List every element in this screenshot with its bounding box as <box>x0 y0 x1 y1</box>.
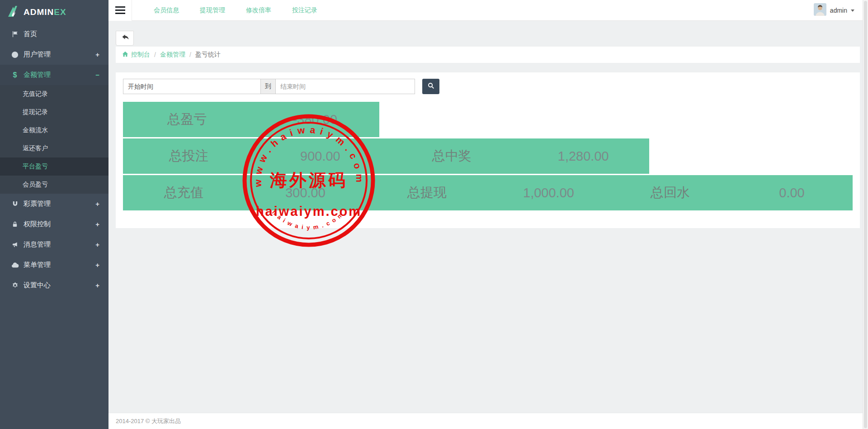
sidebar-item-home[interactable]: 首页 <box>0 24 108 44</box>
topbar-link-bet-records[interactable]: 投注记录 <box>288 5 321 16</box>
chevron-down-icon <box>851 10 854 12</box>
back-button[interactable] <box>116 31 134 46</box>
total-recharge-value: 300.00 <box>245 175 366 210</box>
pnl-stats-table: 总盈亏 -380.00 总投注 900.00 总中奖 1,280.00 总充值 … <box>123 102 853 210</box>
table-row: 总盈亏 -380.00 <box>123 102 379 137</box>
submenu-item-platform-pnl[interactable]: 平台盈亏 <box>0 157 108 176</box>
table-row: 总投注 900.00 总中奖 1,280.00 <box>123 138 649 174</box>
username-label: admin <box>830 7 847 14</box>
avatar <box>814 3 826 18</box>
breadcrumb-money-link[interactable]: 金额管理 <box>160 51 185 59</box>
frown-icon <box>11 51 19 58</box>
breadcrumb-home-link[interactable]: 控制台 <box>122 51 150 59</box>
sidebar-item-label: 消息管理 <box>24 240 51 249</box>
total-withdraw-label: 总提现 <box>366 175 488 210</box>
search-icon <box>428 82 434 91</box>
sidebar: ADMINEX 首页 用户管理 + $ 金额管理 − <box>0 0 108 429</box>
dollar-icon: $ <box>11 72 19 79</box>
breadcrumb-separator: / <box>154 51 156 58</box>
total-rebate-value: 0.00 <box>731 175 853 210</box>
flag-icon <box>11 31 19 38</box>
hamburger-icon <box>115 6 125 8</box>
sidebar-item-lottery[interactable]: 彩票管理 + <box>0 194 108 214</box>
sidebar-item-label: 首页 <box>24 30 37 38</box>
expand-plus-icon: + <box>95 200 99 208</box>
vertical-scrollbar[interactable] <box>863 0 868 429</box>
date-filter-form: 到 <box>123 79 853 94</box>
total-bets-value: 900.00 <box>255 138 386 174</box>
topbar-link-withdraw-mgmt[interactable]: 提现管理 <box>196 5 229 16</box>
gear-icon <box>11 282 19 289</box>
total-recharge-label: 总充值 <box>123 175 245 210</box>
total-rebate-label: 总回水 <box>609 175 731 210</box>
submenu-item-return-customer[interactable]: 返还客户 <box>0 139 108 157</box>
total-wins-label: 总中奖 <box>386 138 518 174</box>
breadcrumb: 控制台 / 金额管理 / 盈亏统计 <box>116 47 860 63</box>
main-area: 会员信息 提现管理 修改倍率 投注记录 admin <box>108 0 863 429</box>
submenu-item-money-flow[interactable]: 金额流水 <box>0 121 108 139</box>
expand-plus-icon: + <box>95 241 99 248</box>
table-row: 总充值 300.00 总提现 1,000.00 总回水 0.00 <box>123 175 853 210</box>
brand-logo-icon <box>6 5 20 20</box>
brand: ADMINEX <box>0 0 108 24</box>
stats-panel: 到 总盈亏 -380.00 总投注 <box>116 72 860 228</box>
expand-plus-icon: + <box>95 261 99 269</box>
money-submenu: 充值记录 提现记录 金额流水 返还客户 平台盈亏 会员盈亏 <box>0 85 108 194</box>
scrollbar-thumb[interactable] <box>864 1 867 428</box>
submenu-item-member-pnl[interactable]: 会员盈亏 <box>0 176 108 194</box>
sidebar-item-label: 金额管理 <box>24 71 51 79</box>
expand-plus-icon: + <box>95 281 99 289</box>
sidebar-item-label: 彩票管理 <box>24 200 51 208</box>
submenu-item-withdraw-records[interactable]: 提现记录 <box>0 103 108 121</box>
content-area: 控制台 / 金额管理 / 盈亏统计 到 <box>108 31 863 423</box>
sidebar-item-messages[interactable]: 消息管理 + <box>0 234 108 255</box>
start-time-input[interactable] <box>123 79 261 94</box>
brand-name: ADMINEX <box>24 7 66 17</box>
user-menu[interactable]: admin <box>814 0 854 21</box>
topbar: 会员信息 提现管理 修改倍率 投注记录 admin <box>108 0 863 21</box>
total-pnl-value: -380.00 <box>251 102 379 137</box>
bullhorn-icon <box>11 241 19 248</box>
expand-plus-icon: + <box>95 51 99 58</box>
topbar-link-member-info[interactable]: 会员信息 <box>150 5 183 16</box>
end-time-input[interactable] <box>275 79 415 94</box>
lock-icon <box>11 221 19 228</box>
total-pnl-label: 总盈亏 <box>123 102 251 137</box>
sidebar-toggle-button[interactable] <box>108 0 132 21</box>
sidebar-item-menus[interactable]: 菜单管理 + <box>0 255 108 275</box>
sidebar-item-label: 用户管理 <box>24 50 51 59</box>
total-withdraw-value: 1,000.00 <box>488 175 609 210</box>
total-wins-value: 1,280.00 <box>518 138 649 174</box>
search-button[interactable] <box>422 79 439 94</box>
sidebar-item-settings[interactable]: 设置中心 + <box>0 275 108 296</box>
total-bets-label: 总投注 <box>123 138 255 174</box>
sidebar-item-label: 菜单管理 <box>24 261 51 269</box>
sidebar-item-label: 权限控制 <box>24 220 51 229</box>
expand-plus-icon: + <box>95 220 99 228</box>
sidebar-item-label: 设置中心 <box>24 281 51 290</box>
cloud-icon <box>11 262 19 269</box>
copyright-text: 2014-2017 © 大玩家出品 <box>116 417 181 425</box>
sidebar-item-users[interactable]: 用户管理 + <box>0 44 108 65</box>
magnet-icon <box>11 200 19 208</box>
sidebar-item-money[interactable]: $ 金额管理 − <box>0 65 108 85</box>
submenu-item-recharge-records[interactable]: 充值记录 <box>0 85 108 103</box>
collapse-minus-icon: − <box>95 71 99 79</box>
sidebar-item-permissions[interactable]: 权限控制 + <box>0 214 108 234</box>
breadcrumb-separator: / <box>189 51 191 58</box>
footer: 2014-2017 © 大玩家出品 <box>108 413 863 429</box>
topbar-link-edit-odds[interactable]: 修改倍率 <box>242 5 275 16</box>
to-label: 到 <box>260 79 276 94</box>
breadcrumb-current: 盈亏统计 <box>195 51 221 59</box>
topbar-nav: 会员信息 提现管理 修改倍率 投注记录 <box>150 5 335 16</box>
back-arrow-icon <box>121 34 129 43</box>
sidebar-menu: 首页 用户管理 + $ 金额管理 − 充值记录 提现记录 金额流水 返还客 <box>0 24 108 296</box>
home-icon <box>122 51 131 58</box>
